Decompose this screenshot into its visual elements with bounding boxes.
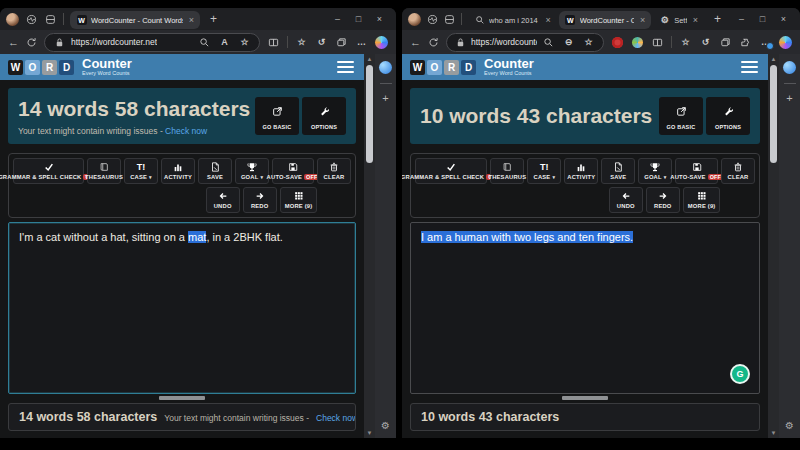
profile-avatar[interactable]: [6, 13, 19, 26]
close-button[interactable]: ×: [773, 10, 794, 28]
new-tab-button[interactable]: +: [206, 13, 221, 25]
page-scrollbar[interactable]: ▲ ▼: [364, 54, 375, 438]
toolbar-goal[interactable]: GOAL▾: [235, 158, 269, 184]
browser-tab[interactable]: WWordCounter - Count Words & C×: [70, 11, 200, 29]
sidebar-add-icon[interactable]: +: [382, 93, 388, 104]
textarea-resize-handle[interactable]: [8, 394, 356, 403]
split-icon[interactable]: [267, 36, 280, 49]
toolbar-grammar-spell-check[interactable]: GRAMMAR & SPELL CHECKOFF: [13, 158, 84, 184]
scroll-up-icon[interactable]: ▲: [771, 54, 777, 64]
address-bar[interactable]: https://wordcounter.net A☆: [44, 33, 260, 52]
star-icon[interactable]: ☆: [582, 36, 595, 49]
text-editor[interactable]: I am a human with two legs and ten finge…: [410, 222, 760, 394]
toolbar-clear[interactable]: CLEAR: [721, 158, 755, 184]
tab-close-icon[interactable]: ×: [638, 15, 645, 25]
copilot-icon[interactable]: [375, 36, 388, 49]
sidebar-settings-icon[interactable]: ⚙: [785, 421, 794, 431]
reader-icon[interactable]: ⊖: [562, 36, 575, 49]
toolbar-thesaurus[interactable]: THESAURUS: [490, 158, 524, 184]
favstar-icon[interactable]: ☆: [679, 36, 692, 49]
refresh-icon[interactable]: [26, 37, 37, 48]
scroll-down-icon[interactable]: ▼: [367, 428, 373, 438]
toolbar-activity[interactable]: ACTIVITY: [161, 158, 195, 184]
close-button[interactable]: ×: [369, 10, 390, 28]
back-icon[interactable]: ←: [8, 37, 19, 48]
page-scrollbar[interactable]: ▲ ▼: [768, 54, 779, 438]
edge-sidebar: + ⚙: [779, 54, 800, 438]
address-bar[interactable]: https://wordcounter.net ⊖☆: [446, 33, 604, 52]
toolbar-undo[interactable]: UNDO: [609, 187, 643, 213]
browser-essentials-icon[interactable]: [427, 13, 438, 26]
copilot-sidebar-icon[interactable]: [783, 61, 796, 74]
browser-tab[interactable]: ⚙Settings×: [653, 11, 704, 29]
back-icon[interactable]: ←: [410, 37, 421, 48]
ext-multi-icon[interactable]: [631, 36, 644, 49]
toolbar-case[interactable]: T!CASE▾: [124, 158, 158, 184]
toolbar-case[interactable]: T!CASE▾: [527, 158, 561, 184]
go-basic-button[interactable]: GO BASIC: [659, 97, 703, 135]
toolbar-auto-save[interactable]: AUTO-SAVEOFF: [272, 158, 314, 184]
menu-icon[interactable]: [335, 59, 356, 76]
check-now-link[interactable]: Check now: [316, 413, 356, 423]
scroll-down-icon[interactable]: ▼: [771, 428, 777, 438]
toolbar-undo[interactable]: UNDO: [206, 187, 240, 213]
new-tab-button[interactable]: +: [710, 13, 725, 25]
toolbar-goal[interactable]: GOAL▾: [638, 158, 672, 184]
toolbar-activity[interactable]: ACTIVITY: [564, 158, 598, 184]
magnifier-icon[interactable]: [542, 36, 555, 49]
maximize-button[interactable]: □: [348, 10, 369, 28]
textarea-resize-handle[interactable]: [410, 394, 760, 403]
history-icon[interactable]: ↺: [315, 36, 328, 49]
sidebar-add-icon[interactable]: +: [786, 93, 792, 104]
logo-tile: D: [59, 60, 74, 75]
copilot-sidebar-icon[interactable]: [379, 61, 392, 74]
history-icon[interactable]: ↺: [699, 36, 712, 49]
scrollbar-thumb[interactable]: [770, 65, 777, 163]
menu-icon[interactable]: [739, 59, 760, 76]
workspaces-icon[interactable]: [444, 13, 455, 26]
refresh-icon[interactable]: [428, 37, 439, 48]
scroll-up-icon[interactable]: ▲: [367, 54, 373, 64]
toolbar-save[interactable]: SAVE: [198, 158, 232, 184]
browser-essentials-icon[interactable]: [25, 13, 38, 26]
magnifier-icon[interactable]: [198, 36, 211, 49]
workspaces-icon[interactable]: [44, 13, 57, 26]
go-basic-button[interactable]: GO BASIC: [255, 97, 299, 135]
copilot-icon[interactable]: [779, 36, 792, 49]
ellipsis-icon[interactable]: …: [355, 36, 368, 49]
minimize-button[interactable]: –: [731, 10, 752, 28]
minimize-button[interactable]: –: [327, 10, 348, 28]
ext-red-icon[interactable]: [611, 36, 624, 49]
toolbar-auto-save[interactable]: AUTO-SAVEOFF: [675, 158, 718, 184]
star-icon[interactable]: ☆: [238, 36, 251, 49]
toolbar-more-9[interactable]: MORE (9): [280, 187, 318, 213]
maximize-button[interactable]: □: [752, 10, 773, 28]
toolbar-save[interactable]: SAVE: [601, 158, 635, 184]
favstar-icon[interactable]: ☆: [295, 36, 308, 49]
toolbar-grammar-spell-check[interactable]: GRAMMAR & SPELL CHECKOFF: [415, 158, 487, 184]
options-button[interactable]: OPTIONS: [706, 97, 750, 135]
check-now-link[interactable]: Check now: [165, 126, 207, 136]
readaloud-icon[interactable]: A: [218, 36, 231, 49]
collections-icon[interactable]: [335, 36, 348, 49]
tab-close-icon[interactable]: ×: [187, 15, 194, 25]
extensions-icon[interactable]: [739, 36, 752, 49]
toolbar-redo[interactable]: REDO: [243, 187, 277, 213]
browser-tab[interactable]: WWordCounter - Count Wo×: [559, 11, 651, 29]
toolbar-thesaurus[interactable]: THESAURUS: [87, 158, 121, 184]
tab-close-icon[interactable]: ×: [543, 15, 550, 25]
options-button[interactable]: OPTIONS: [302, 97, 346, 135]
toolbar-more-9[interactable]: MORE (9): [683, 187, 721, 213]
split-icon[interactable]: [651, 36, 664, 49]
sidebar-settings-icon[interactable]: ⚙: [381, 421, 390, 431]
toolbar-redo[interactable]: REDO: [646, 187, 680, 213]
grammarly-icon[interactable]: G: [730, 364, 750, 384]
collections-icon[interactable]: [719, 36, 732, 49]
scrollbar-thumb[interactable]: [366, 65, 373, 163]
toolbar-clear[interactable]: CLEAR: [317, 158, 351, 184]
profile-avatar[interactable]: [408, 13, 421, 26]
tab-close-icon[interactable]: ×: [691, 15, 698, 25]
ellipsis-blue-icon[interactable]: …: [759, 36, 772, 49]
text-editor[interactable]: I'm a cat without a hat, sitting on a ma…: [8, 222, 356, 394]
browser-tab[interactable]: who am i 2014 - Search×: [468, 11, 557, 29]
